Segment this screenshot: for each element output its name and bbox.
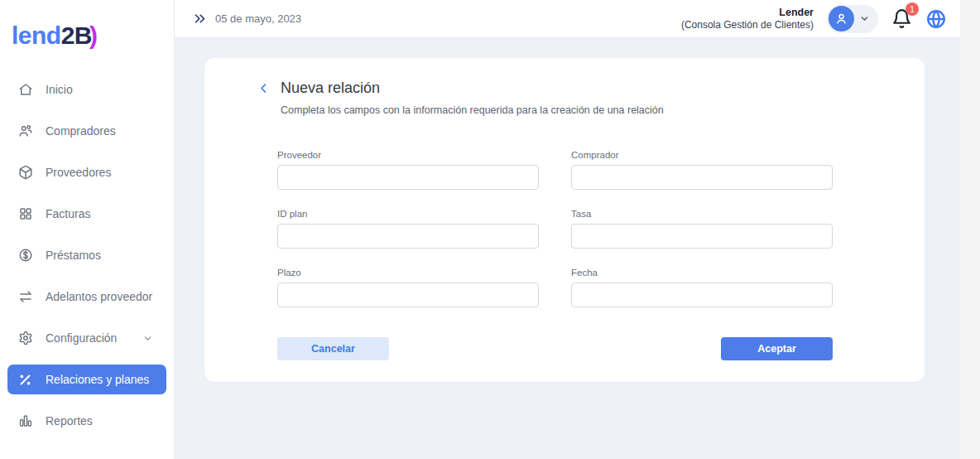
relation-form: Proveedor Comprador ID plan Tasa Plazo (277, 150, 833, 307)
id-plan-input[interactable] (277, 224, 539, 249)
form-actions: Cancelar Aceptar (277, 337, 833, 360)
chevron-down-icon (859, 13, 870, 24)
plazo-input[interactable] (277, 283, 539, 307)
field-label: Proveedor (277, 150, 539, 160)
sidebar-collapse-icon[interactable] (193, 12, 207, 26)
language-globe-button[interactable] (925, 8, 947, 30)
tasa-input[interactable] (571, 224, 833, 249)
app-logo: lend2B) (0, 0, 174, 50)
sidebar-item-label: Inicio (46, 83, 73, 96)
main-area: 05 de mayo, 2023 Lender (Consola Gestión… (175, 0, 960, 459)
sidebar-item-compradores[interactable]: Compradores (7, 116, 166, 146)
field-comprador: Comprador (571, 150, 833, 190)
field-id-plan: ID plan (277, 209, 539, 249)
comprador-input[interactable] (571, 165, 833, 190)
sidebar-item-relaciones-y-planes[interactable]: Relaciones y planes (7, 365, 166, 394)
field-proveedor: Proveedor (277, 150, 539, 190)
back-button[interactable] (257, 82, 270, 94)
sidebar-nav: Inicio Compradores Proveedores Facturas … (0, 75, 174, 436)
logo-bracket: ) (89, 22, 98, 49)
sidebar-item-label: Relaciones y planes (46, 373, 149, 386)
user-info: Lender (Consola Gestión de Clientes) (681, 6, 814, 32)
transfer-arrows-icon (17, 289, 33, 305)
fecha-input[interactable] (571, 283, 833, 307)
field-tasa: Tasa (571, 209, 833, 249)
sidebar-item-proveedores[interactable]: Proveedores (7, 157, 166, 187)
notification-badge: 1 (906, 2, 919, 16)
user-role: (Consola Gestión de Clientes) (681, 19, 814, 32)
user-name: Lender (681, 6, 814, 19)
field-label: Comprador (571, 150, 833, 160)
home-icon (17, 82, 33, 98)
sidebar: lend2B) Inicio Compradores Proveedores F… (0, 0, 175, 459)
cancel-button[interactable]: Cancelar (277, 337, 389, 360)
user-menu-button[interactable] (827, 5, 878, 33)
proveedor-input[interactable] (277, 165, 539, 190)
gear-icon (17, 331, 33, 346)
topbar: 05 de mayo, 2023 Lender (Consola Gestión… (175, 0, 960, 38)
current-date: 05 de mayo, 2023 (215, 12, 301, 25)
sidebar-item-label: Facturas (46, 207, 90, 220)
field-fecha: Fecha (571, 268, 833, 307)
accept-button[interactable]: Aceptar (721, 337, 833, 360)
sidebar-item-adelantos-proveedor[interactable]: Adelantos proveedor (7, 282, 166, 312)
sidebar-item-label: Proveedores (46, 166, 111, 179)
sidebar-item-configuracion[interactable]: Configuración (7, 323, 166, 353)
page-title: Nueva relación (281, 80, 664, 97)
sidebar-item-label: Configuración (46, 331, 117, 345)
avatar (829, 6, 854, 31)
field-label: Tasa (571, 209, 833, 219)
buyers-icon (17, 123, 33, 139)
logo-text-2b: 2B (61, 22, 92, 49)
field-plazo: Plazo (277, 268, 539, 307)
sidebar-item-facturas[interactable]: Facturas (7, 199, 166, 229)
percent-icon (17, 372, 33, 388)
new-relation-card: Nueva relación Completa los campos con l… (204, 58, 925, 382)
sidebar-item-reportes[interactable]: Reportes (7, 406, 166, 436)
sidebar-item-inicio[interactable]: Inicio (7, 75, 166, 104)
sidebar-item-label: Préstamos (46, 249, 101, 262)
field-label: ID plan (277, 209, 539, 219)
bar-chart-icon (17, 413, 33, 429)
sidebar-item-prestamos[interactable]: Préstamos (7, 240, 166, 270)
sidebar-item-label: Adelantos proveedor (46, 290, 152, 303)
page-subtitle: Completa los campos con la información r… (281, 104, 664, 116)
dollar-circle-icon (17, 248, 33, 263)
sidebar-item-label: Reportes (46, 414, 93, 428)
grid-icon (17, 206, 33, 222)
content-area: Nueva relación Completa los campos con l… (175, 38, 960, 459)
page-right-gutter (960, 0, 980, 459)
chevron-down-icon (142, 333, 153, 344)
sidebar-item-label: Compradores (46, 124, 116, 138)
package-icon (17, 165, 33, 181)
notifications-button[interactable]: 1 (891, 8, 912, 29)
field-label: Fecha (571, 268, 833, 278)
logo-text-lend: lend (12, 22, 61, 49)
field-label: Plazo (277, 268, 539, 278)
